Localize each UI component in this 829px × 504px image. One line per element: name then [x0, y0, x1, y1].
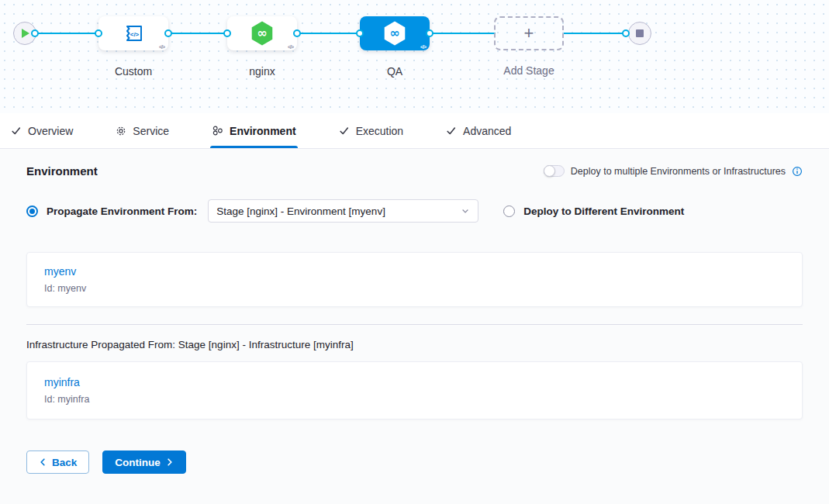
deploy-different-environment-radio-label: Deploy to Different Environment — [523, 205, 684, 217]
stage-node-custom[interactable]: </> </> — [98, 16, 168, 50]
port[interactable] — [164, 29, 172, 37]
multi-environment-toggle[interactable] — [544, 165, 565, 177]
tab-service[interactable]: Service — [116, 113, 169, 148]
toggle-knob — [544, 165, 555, 177]
add-stage-button[interactable]: + — [494, 16, 564, 50]
propagate-environment-radio-label: Propagate Environment From: — [47, 205, 197, 217]
stage-label-qa: QA — [360, 65, 430, 78]
deploy-hexagon-icon: ∞ — [250, 20, 275, 47]
svg-text:∞: ∞ — [389, 26, 399, 40]
continue-button-label: Continue — [115, 457, 161, 468]
plus-icon: + — [524, 23, 534, 43]
section-divider — [26, 324, 803, 325]
port[interactable] — [293, 29, 301, 37]
port[interactable] — [356, 29, 364, 37]
pipeline-canvas: </> </> Custom ∞ </> nginx ∞ </> QA + Ad… — [0, 0, 829, 113]
tab-label: Execution — [356, 125, 403, 137]
custom-stage-icon: </> — [121, 22, 146, 44]
section-title: Environment — [26, 164, 98, 178]
play-icon — [22, 29, 29, 38]
pipeline-edge — [297, 33, 360, 34]
code-badge: </> — [420, 44, 426, 50]
back-button[interactable]: Back — [26, 450, 89, 474]
propagate-environment-select[interactable]: Stage [nginx] - Environment [myenv] — [208, 199, 478, 223]
stage-label-nginx: nginx — [227, 65, 297, 78]
info-icon[interactable] — [792, 166, 803, 177]
svg-text:</>: </> — [130, 31, 140, 38]
back-button-label: Back — [52, 457, 77, 468]
check-icon — [446, 126, 457, 136]
port[interactable] — [223, 29, 231, 37]
svg-text:∞: ∞ — [257, 26, 267, 40]
check-icon — [11, 126, 22, 136]
pipeline-edge — [35, 33, 98, 34]
chevron-left-icon — [39, 457, 47, 467]
stop-icon — [636, 29, 644, 37]
tab-advanced[interactable]: Advanced — [446, 113, 511, 148]
tab-label: Advanced — [463, 125, 511, 137]
deploy-different-environment-radio[interactable] — [503, 205, 515, 217]
tab-overview[interactable]: Overview — [11, 113, 73, 148]
tab-label: Service — [133, 125, 169, 137]
pipeline-edge — [168, 33, 227, 34]
code-badge: </> — [159, 44, 164, 50]
port[interactable] — [426, 29, 433, 37]
pipeline-end-node[interactable] — [628, 22, 651, 45]
stage-label-custom: Custom — [98, 65, 168, 78]
stage-node-nginx[interactable]: ∞ </> — [227, 16, 297, 50]
chevron-right-icon — [166, 457, 174, 467]
chevron-down-icon — [461, 206, 470, 216]
propagate-environment-radio[interactable] — [26, 205, 38, 217]
environment-name-link[interactable]: myenv — [44, 265, 785, 278]
infrastructure-propagated-heading: Infrastructure Propagated From: Stage [n… — [26, 339, 803, 350]
pipeline-edge — [430, 33, 496, 34]
port[interactable] — [622, 29, 630, 37]
tab-label: Overview — [28, 125, 73, 137]
environment-card[interactable]: myenv Id: myenv — [26, 252, 803, 307]
port[interactable] — [31, 29, 39, 37]
deploy-hexagon-icon: ∞ — [382, 20, 407, 47]
infrastructure-name-link[interactable]: myinfra — [44, 376, 785, 388]
gear-icon — [116, 126, 126, 136]
stage-node-qa[interactable]: ∞ </> — [360, 16, 430, 50]
selected-option-label: Stage [nginx] - Environment [myenv] — [216, 205, 385, 217]
continue-button[interactable]: Continue — [102, 450, 186, 474]
code-badge: </> — [288, 44, 293, 50]
tab-label: Environment — [230, 125, 296, 137]
environment-id-text: Id: myenv — [44, 283, 785, 294]
multi-environment-toggle-label: Deploy to multiple Environments or Infra… — [571, 166, 786, 177]
stage-config-tabs: Overview Service Environment Execution A… — [0, 113, 829, 149]
tab-execution[interactable]: Execution — [339, 113, 403, 148]
infrastructure-id-text: Id: myinfra — [44, 394, 785, 405]
pipeline-edge — [564, 33, 626, 34]
infrastructure-card[interactable]: myinfra Id: myinfra — [26, 361, 803, 419]
port[interactable] — [95, 29, 102, 37]
check-icon — [339, 126, 350, 136]
environment-tab-panel: Environment Deploy to multiple Environme… — [0, 149, 829, 504]
stage-label-add-stage: Add Stage — [494, 64, 564, 77]
environment-icon — [212, 125, 223, 136]
tab-environment[interactable]: Environment — [212, 113, 296, 148]
